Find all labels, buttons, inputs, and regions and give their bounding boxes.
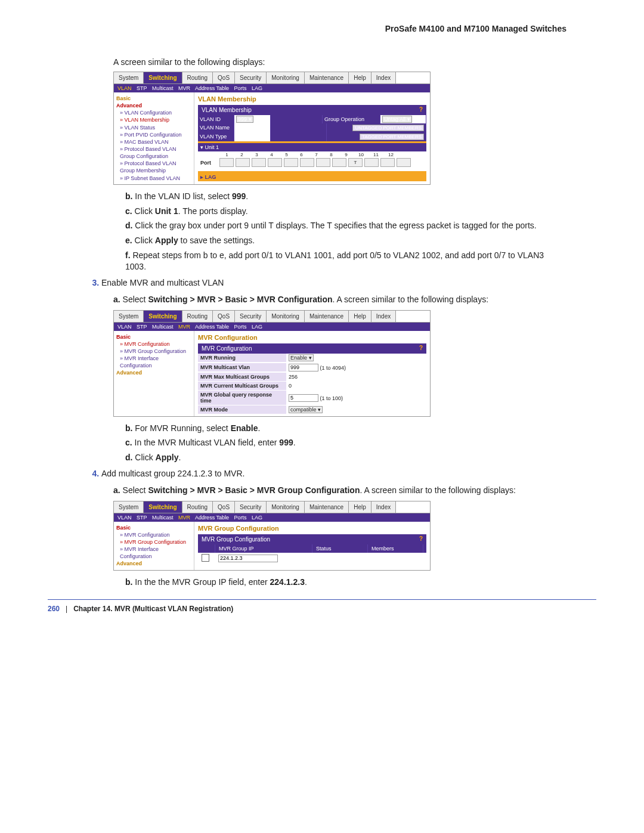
tab-monitoring[interactable]: Monitoring [267,501,305,513]
tab-help[interactable]: Help [349,501,371,513]
mvr-multicast-vlan-input[interactable] [289,364,318,371]
tab-security[interactable]: Security [235,72,267,83]
subtab-lag[interactable]: LAG [252,515,262,521]
vlan-name-label: VLAN Name [198,123,234,132]
tab-help[interactable]: Help [349,72,371,83]
subtab-ports[interactable]: Ports [234,324,247,330]
port-12[interactable] [397,158,411,167]
port-10[interactable] [364,158,379,167]
group-op-select[interactable]: Untag All ▾ [382,116,412,123]
port-11[interactable] [380,158,395,167]
tagged-members-button[interactable]: TAGGED PORT MEMBERS [360,134,424,140]
sidebar-item-mvr-config[interactable]: » MVR Configuration [120,531,191,538]
subtab-stp[interactable]: STP [137,515,147,521]
port-1[interactable] [219,158,234,167]
tab-routing[interactable]: Routing [182,501,213,513]
subtab-address-table[interactable]: Address Table [195,515,229,521]
sidebar-cat-advanced[interactable]: Advanced [116,369,191,376]
tab-maintenance[interactable]: Maintenance [305,72,349,83]
tab-monitoring[interactable]: Monitoring [267,72,305,83]
help-icon[interactable]: ? [419,535,423,542]
sidebar-item-vlan-membership[interactable]: » VLAN Membership [120,116,191,123]
subtabs: VLAN STP Multicast MVR Address Table Por… [114,84,430,92]
sidebar-item-ip-subnet[interactable]: » IP Subnet Based VLAN [120,175,191,182]
sidebar-item-mvr-interface[interactable]: » MVR Interface Configuration [120,546,191,560]
subtab-mvr[interactable]: MVR [178,515,190,521]
lag-bar[interactable]: ▸ LAG [198,173,426,181]
panel-title: MVR Group Configuration [198,525,426,532]
sidebar-cat-advanced[interactable]: Advanced [116,560,191,567]
subtab-vlan[interactable]: VLAN [117,515,132,521]
subtab-lag[interactable]: LAG [252,85,262,91]
sidebar-item-mvr-group-config[interactable]: » MVR Group Configuration [120,538,191,546]
tab-routing[interactable]: Routing [182,72,213,83]
port-7[interactable] [316,158,330,167]
tab-monitoring[interactable]: Monitoring [267,311,305,322]
sidebar-cat-basic[interactable]: Basic [116,95,191,102]
tab-qos[interactable]: QoS [213,501,235,513]
unit-bar[interactable]: ▾ Unit 1 [198,143,426,151]
sidebar-cat-basic[interactable]: Basic [116,333,191,340]
mvr-query-time-input[interactable] [289,394,318,402]
sidebar-item-mvr-group-config[interactable]: » MVR Group Configuration [120,348,191,355]
sidebar-item-mvr-interface[interactable]: » MVR Interface Configuration [120,355,191,369]
mvr-config-screenshot: System Switching Routing QoS Security Mo… [113,310,431,417]
port-5[interactable] [284,158,298,167]
subtab-vlan[interactable]: VLAN [117,85,132,91]
subtab-address-table[interactable]: Address Table [195,85,229,91]
sidebar-item-mac-based[interactable]: » MAC Based VLAN [120,138,191,145]
sidebar-item-protocol-group-membership[interactable]: » Protocol Based VLAN Group Membership [120,160,191,174]
tab-system[interactable]: System [114,72,144,83]
subtab-stp[interactable]: STP [137,85,147,91]
port-9[interactable]: T [348,158,363,167]
help-icon[interactable]: ? [419,345,423,351]
tab-system[interactable]: System [114,311,144,322]
tab-security[interactable]: Security [235,501,267,513]
sidebar-item-protocol-group-config[interactable]: » Protocol Based VLAN Group Configuratio… [120,145,191,160]
mvr-mode-select[interactable]: compatible ▾ [289,406,323,413]
tab-system[interactable]: System [114,501,144,513]
mvr-running-select[interactable]: Enable ▾ [289,354,314,361]
port-4[interactable] [268,158,282,167]
tab-help[interactable]: Help [349,311,371,322]
tab-switching[interactable]: Switching [144,72,182,83]
subtab-vlan[interactable]: VLAN [117,324,132,330]
tab-index[interactable]: Index [371,501,396,513]
subtab-multicast[interactable]: Multicast [152,324,174,330]
subtab-stp[interactable]: STP [137,324,147,330]
subtab-mvr[interactable]: MVR [178,85,190,91]
sidebar-item-vlan-status[interactable]: » VLAN Status [120,124,191,131]
sidebar-cat-basic[interactable]: Basic [116,524,191,531]
sidebar-item-mvr-config[interactable]: » MVR Configuration [120,340,191,348]
row-checkbox[interactable] [202,554,209,562]
tab-switching[interactable]: Switching [144,311,182,322]
untagged-members-button[interactable]: UNTAGGED PORT MEMBERS [352,125,424,131]
sidebar-item-vlan-config[interactable]: » VLAN Configuration [120,109,191,116]
tab-index[interactable]: Index [371,72,396,83]
subtab-ports[interactable]: Ports [234,515,247,521]
port-8[interactable] [332,158,346,167]
subtab-address-table[interactable]: Address Table [195,324,229,330]
subtab-multicast[interactable]: Multicast [152,85,174,91]
port-2[interactable] [236,158,250,167]
subtab-lag[interactable]: LAG [252,324,262,330]
tab-qos[interactable]: QoS [213,311,235,322]
port-6[interactable] [300,158,314,167]
subtab-multicast[interactable]: Multicast [152,515,174,521]
mvr-group-ip-input[interactable] [218,555,278,562]
subtab-mvr[interactable]: MVR [178,324,190,330]
step-e: e. Click Apply to save the settings. [125,235,566,246]
tab-routing[interactable]: Routing [182,311,213,322]
help-icon[interactable]: ? [419,106,423,113]
tab-maintenance[interactable]: Maintenance [305,311,349,322]
tab-switching[interactable]: Switching [144,501,182,513]
tab-index[interactable]: Index [371,311,396,322]
sidebar-cat-advanced[interactable]: Advanced [116,102,191,109]
tab-security[interactable]: Security [235,311,267,322]
sidebar-item-port-pvid[interactable]: » Port PVID Configuration [120,131,191,138]
vlan-id-select[interactable]: 999 ▾ [236,116,253,123]
tab-qos[interactable]: QoS [213,72,235,83]
subtab-ports[interactable]: Ports [234,85,247,91]
port-3[interactable] [252,158,266,167]
tab-maintenance[interactable]: Maintenance [305,501,349,513]
